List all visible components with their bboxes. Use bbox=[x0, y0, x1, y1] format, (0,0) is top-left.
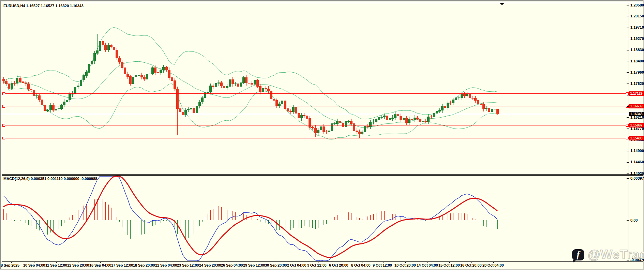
price-tick-label: 1.17520 bbox=[630, 81, 644, 86]
hline-drag-marker[interactable] bbox=[626, 137, 629, 139]
chart-title: EURUSD,H4 1.16527 1.16527 1.16320 1.1634… bbox=[3, 4, 84, 8]
price-badge: 1.16343 bbox=[629, 112, 644, 116]
mt4-chart-window: EURUSD,H4 1.16527 1.16527 1.16320 1.1634… bbox=[0, 0, 644, 270]
price-badge: 1.15400 bbox=[629, 136, 644, 140]
time-tick-label: 16 Sep 04:00 bbox=[89, 263, 111, 267]
time-tick-label: 9 Oct 12:00 bbox=[373, 263, 392, 267]
time-tick-label: 18 Sep 20:00 bbox=[133, 263, 155, 267]
hline-drag-marker[interactable] bbox=[3, 137, 5, 139]
time-tick-label: 16 Oct 20:00 bbox=[460, 263, 481, 267]
price-tick-label: 1.19270 bbox=[630, 36, 644, 41]
time-tick-label: 10 Sep 04:00 bbox=[23, 263, 45, 267]
bollinger-upper-band bbox=[3, 28, 497, 119]
time-tick-label: 23 Sep 12:00 bbox=[177, 263, 199, 267]
wetrade-watermark: f @WeTrade bbox=[572, 247, 644, 262]
time-tick-label: 30 Sep 20:00 bbox=[265, 263, 287, 267]
bollinger-lower-band bbox=[3, 81, 497, 139]
wetrade-handle: @WeTrade bbox=[588, 247, 644, 262]
price-tick-label: 1.19710 bbox=[630, 25, 644, 29]
hline-drag-marker[interactable] bbox=[626, 92, 629, 95]
price-tick-label: 1.17960 bbox=[630, 70, 644, 74]
price-tick-label: 1.14460 bbox=[630, 160, 644, 164]
time-tick-label: 11 Sep 12:00 bbox=[45, 263, 67, 267]
macd-indicator-label: MACD(12,26,9) 0.000351 0.001110 0.000000… bbox=[3, 177, 97, 181]
time-tick-label: 6 Oct 20:00 bbox=[329, 263, 348, 267]
price-tick-label: 1.14020 bbox=[630, 171, 644, 176]
price-tick-label: 1.14900 bbox=[630, 149, 644, 153]
price-tick-label: 1.20150 bbox=[630, 14, 644, 18]
time-tick-label: 26 Sep 04:00 bbox=[221, 263, 243, 267]
wetrade-logo-icon: f bbox=[572, 249, 584, 260]
time-tick-label: 3 Oct 12:00 bbox=[307, 263, 327, 267]
macd-tick-label: 0.00 bbox=[630, 218, 638, 222]
bollinger-middle-band bbox=[3, 61, 497, 127]
price-badge: 1.15897 bbox=[629, 123, 644, 127]
hline-drag-marker[interactable] bbox=[3, 105, 5, 107]
time-tick-label: 8 Oct 04:00 bbox=[351, 263, 371, 267]
candlestick-series bbox=[3, 34, 499, 137]
price-tick-label: 1.18400 bbox=[630, 59, 644, 63]
time-tick-label: 20 Oct 04:00 bbox=[482, 263, 504, 267]
chart-shift-marker-icon[interactable] bbox=[500, 3, 504, 5]
price-tick-label: 1.20580 bbox=[630, 3, 644, 7]
time-tick-label: 15 Oct 12:00 bbox=[438, 263, 460, 267]
time-tick-label: 2 Oct 04:00 bbox=[287, 263, 306, 267]
macd-signal-line bbox=[3, 176, 497, 258]
time-tick-label: 14 Oct 04:00 bbox=[417, 263, 438, 267]
time-tick-label: 10 Oct 20:00 bbox=[394, 263, 416, 267]
price-badge: 1.16639 bbox=[629, 104, 644, 108]
time-tick-label: 12 Sep 20:00 bbox=[67, 263, 89, 267]
price-tick-label: 1.18830 bbox=[630, 48, 644, 52]
time-tick-label: 8 Sep 2025 bbox=[1, 263, 19, 267]
time-tick-label: 17 Sep 12:00 bbox=[111, 263, 133, 267]
macd-tick-label: 0.003974 bbox=[630, 176, 644, 180]
time-tick-label: 22 Sep 04:00 bbox=[155, 263, 177, 267]
hline-drag-marker[interactable] bbox=[626, 124, 629, 126]
time-tick-label: 29 Sep 12:00 bbox=[243, 263, 265, 267]
price-badge: 1.17129 bbox=[629, 91, 644, 96]
hline-drag-marker[interactable] bbox=[3, 124, 5, 126]
time-tick-label: 24 Sep 20:00 bbox=[199, 263, 221, 267]
hline-drag-marker[interactable] bbox=[3, 92, 5, 95]
hline-drag-marker[interactable] bbox=[626, 105, 629, 107]
chart-surface[interactable] bbox=[0, 0, 644, 270]
